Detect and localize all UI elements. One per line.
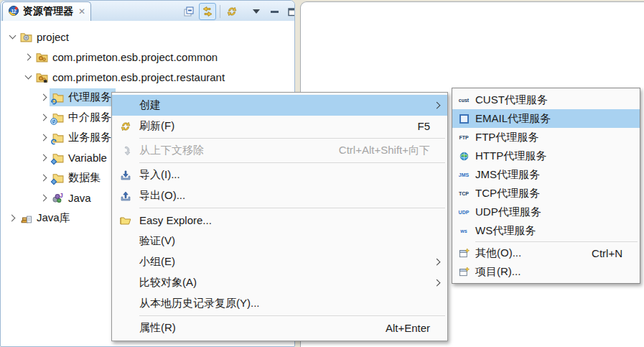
menu-item-remove-from-context: 从上下文移除 Ctrl+Alt+Shift+向下: [112, 140, 447, 161]
expander[interactable]: [38, 175, 50, 180]
menu-item-restore-from-local-history[interactable]: 从本地历史记录复原(Y)...: [112, 293, 447, 314]
submenu-item-tcp-proxy[interactable]: TCP TCP代理服务: [452, 184, 640, 203]
menu-item-properties[interactable]: 属性(R) Alt+Enter: [112, 318, 447, 338]
tree-row-project[interactable]: project: [2, 27, 293, 47]
menu-separator: [139, 208, 445, 208]
tcp-proxy-icon: TCP: [452, 191, 475, 196]
menu-item-easy-explore[interactable]: Easy Explore...: [112, 210, 447, 231]
menu-item-compare-with[interactable]: 比较对象(A): [112, 272, 447, 293]
expander[interactable]: [38, 155, 50, 160]
tree-label: Variable: [68, 152, 107, 164]
workbench: 12 资源管理器 ✕: [0, 0, 644, 347]
maximize-button[interactable]: [284, 4, 295, 19]
import-icon: [112, 170, 139, 181]
view-toolbar: [181, 3, 295, 20]
menu-label: WS代理服务: [475, 224, 536, 238]
expander[interactable]: [22, 55, 34, 60]
globe-icon: [452, 152, 475, 161]
menu-separator: [139, 138, 445, 139]
menu-item-team[interactable]: 小组(E): [112, 251, 447, 272]
chevron-right-icon: [39, 93, 47, 101]
menu-label: 导入(I)...: [139, 168, 180, 182]
menu-label: 其他(O)...: [475, 246, 521, 260]
jms-proxy-icon: JMS: [452, 172, 475, 177]
menu-accelerator: Ctrl+Alt+Shift+向下: [339, 144, 440, 157]
mediation-service-folder-icon: [52, 111, 64, 124]
expander[interactable]: [38, 195, 50, 200]
expander[interactable]: [38, 95, 50, 100]
tree-label: 数据集: [68, 171, 101, 185]
new-project-icon: [452, 267, 475, 277]
menu-label: UDP代理服务: [475, 205, 541, 219]
menu-item-refresh[interactable]: 刷新(F) F5: [112, 116, 447, 137]
context-menu: 创建 刷新(F) F5 从上下文移除 Ctrl+Alt+Shift+向下 导入(…: [111, 92, 448, 341]
chevron-right-icon: [39, 134, 47, 141]
collapse-all-button[interactable]: [181, 4, 197, 19]
chevron-right-icon: [39, 114, 47, 121]
cust-proxy-icon: cust: [452, 98, 475, 103]
menu-label: Easy Explore...: [139, 214, 212, 226]
expander[interactable]: [38, 135, 50, 140]
expander[interactable]: [22, 75, 34, 78]
submenu-item-jms-proxy[interactable]: JMS JMS代理服务: [452, 165, 640, 184]
remove-from-context-icon: [112, 145, 139, 157]
tab-close-icon[interactable]: ✕: [78, 6, 85, 17]
resource-explorer-icon: 12: [8, 5, 19, 19]
submenu-item-cust-proxy[interactable]: cust CUST代理服务: [452, 91, 640, 109]
view-menu-button[interactable]: [248, 4, 264, 19]
refresh-icon: [226, 6, 238, 17]
tree-label: com.primeton.esb.project.restaurant: [52, 71, 225, 83]
export-icon: [112, 190, 139, 202]
chevron-down-icon: [9, 32, 16, 40]
menu-label: 属性(R): [139, 321, 176, 335]
menu-accelerator: Ctrl+N: [592, 247, 633, 259]
menu-item-import[interactable]: 导入(I)...: [112, 165, 447, 185]
esb-module-icon: [36, 51, 48, 63]
chevron-right-icon: [39, 154, 47, 161]
submenu-item-email-proxy[interactable]: EMAIL代理服务: [452, 109, 640, 128]
tree-label: 代理服务: [68, 91, 111, 104]
tree-label: 业务服务: [68, 131, 111, 144]
chevron-right-icon: [39, 174, 47, 181]
menu-item-create[interactable]: 创建: [112, 95, 447, 116]
business-service-folder-icon: [52, 131, 64, 144]
new-wizard-icon: [452, 248, 475, 259]
dataset-folder-icon: [52, 172, 64, 184]
chevron-right-icon: [8, 214, 15, 221]
open-folder-icon: [112, 215, 139, 226]
tab-title: 资源管理器: [23, 5, 73, 18]
menu-label: 比较对象(A): [139, 276, 197, 290]
collapse-all-icon: [183, 6, 195, 17]
ws-proxy-icon: ws: [452, 228, 475, 233]
expander[interactable]: [6, 216, 18, 221]
tree-label: 中介服务: [68, 111, 111, 124]
submenu-item-http-proxy[interactable]: HTTP代理服务: [452, 147, 640, 165]
link-with-editor-icon: [202, 6, 213, 17]
minimize-button[interactable]: [266, 4, 282, 19]
submenu-arrow-icon: [434, 101, 441, 108]
tab-resource-explorer[interactable]: 12 资源管理器 ✕: [2, 1, 91, 21]
menu-label: CUST代理服务: [475, 93, 548, 107]
toolbar-separator: [220, 5, 220, 18]
menu-label: 验证(V): [139, 234, 175, 248]
submenu-item-other[interactable]: 其他(O)... Ctrl+N: [452, 244, 640, 262]
submenu-item-udp-proxy[interactable]: UDP UDP代理服务: [452, 203, 640, 221]
submenu-arrow-icon: [434, 279, 441, 286]
submenu-item-ws-proxy[interactable]: ws WS代理服务: [452, 221, 640, 240]
menu-separator: [475, 241, 638, 242]
submenu-item-project[interactable]: 项目(R)...: [452, 262, 640, 281]
esb-module-icon: [36, 71, 48, 83]
submenu-item-ftp-proxy[interactable]: FTP FTP代理服务: [452, 128, 640, 147]
expander[interactable]: [6, 35, 18, 38]
menu-item-export[interactable]: 导出(O)...: [112, 185, 447, 206]
expander[interactable]: [38, 115, 50, 120]
refresh-button[interactable]: [224, 4, 240, 19]
link-with-editor-button[interactable]: [199, 3, 216, 20]
menu-accelerator: Alt+Enter: [386, 322, 440, 334]
menu-item-validate[interactable]: 验证(V): [112, 231, 447, 251]
view-header: 12 资源管理器 ✕: [1, 1, 294, 21]
create-submenu: cust CUST代理服务 EMAIL代理服务 FTP FTP代理服务 HTTP…: [452, 88, 640, 284]
menu-label: FTP代理服务: [475, 131, 538, 144]
tree-row-module-common[interactable]: com.primeton.esb.project.common: [2, 47, 293, 67]
tree-row-module-restaurant[interactable]: com.primeton.esb.project.restaurant: [2, 67, 293, 87]
